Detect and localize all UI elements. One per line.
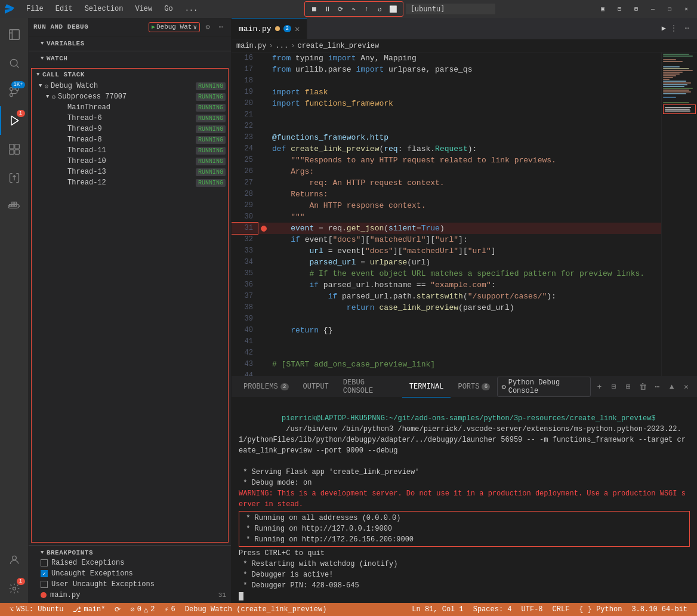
code-line: 35 # If the event object URL matches a s… <box>232 268 661 279</box>
stack-thread-item[interactable]: Thread-13RUNNING <box>51 167 228 177</box>
watch-header[interactable]: ▼ WATCH <box>29 54 231 63</box>
breakpoint-item[interactable]: main.py31 <box>29 590 231 600</box>
status-language[interactable]: { } Python <box>574 603 627 616</box>
debug-restart-btn[interactable]: ↺ <box>374 3 386 15</box>
tab-terminal[interactable]: TERMINAL <box>402 377 451 398</box>
activity-testing[interactable] <box>0 164 29 192</box>
status-python-version[interactable]: 3.8.10 64-bit <box>627 603 692 616</box>
window-close-btn[interactable]: ✕ <box>680 3 692 15</box>
window-title-input[interactable] <box>406 4 495 14</box>
warning-icon: △ <box>144 605 148 614</box>
status-cursor-pos[interactable]: Ln 81, Col 1 <box>407 603 468 616</box>
menu-view[interactable]: View <box>130 4 157 14</box>
stack-thread-item[interactable]: MainThreadRUNNING <box>51 102 228 113</box>
breakpoint-checkbox[interactable] <box>41 570 48 577</box>
menu-file[interactable]: File <box>21 4 48 14</box>
editor-more-btn[interactable]: ⋯ <box>681 23 692 34</box>
line-gutter <box>258 64 270 75</box>
activity-source-control[interactable]: 1K+ <box>0 78 29 106</box>
call-stack-header[interactable]: ▼ CALL STACK <box>32 69 228 81</box>
breakpoint-checkbox[interactable] <box>41 581 48 588</box>
code-editor[interactable]: 16from typing import Any, Mapping17from … <box>232 53 661 376</box>
status-encoding[interactable]: UTF-8 <box>517 603 548 616</box>
maximize-panel-btn[interactable]: ▲ <box>666 380 678 393</box>
status-sync[interactable]: ⟳ <box>110 603 125 616</box>
breadcrumb-function[interactable]: create_link_preview <box>297 42 379 50</box>
svg-rect-6 <box>9 144 14 149</box>
debug-step-over-btn[interactable]: ↷ <box>348 3 360 15</box>
activity-explorer[interactable] <box>0 20 29 49</box>
status-errors[interactable]: ⊘ 0 △ 2 <box>125 603 159 616</box>
status-branch[interactable]: ⎇ main* <box>68 603 110 616</box>
stack-thread-item[interactable]: Thread-12RUNNING <box>51 177 228 188</box>
stack-thread-item[interactable]: Thread-10RUNNING <box>51 156 228 167</box>
breakpoint-checkbox[interactable] <box>41 559 48 566</box>
more-actions-btn[interactable]: ⋯ <box>215 21 226 32</box>
status-debug-info[interactable]: Debug Watch (create_link_preview) <box>180 603 332 616</box>
add-terminal-btn[interactable]: + <box>593 380 605 393</box>
run-btn[interactable]: ▶ <box>662 24 666 33</box>
thread-badge: RUNNING <box>196 168 226 176</box>
tab-close-btn[interactable]: ✕ <box>295 24 300 34</box>
status-line-ending[interactable]: CRLF <box>548 603 575 616</box>
code-line: 16from typing import Any, Mapping <box>232 53 661 64</box>
activity-search[interactable] <box>0 49 29 78</box>
debug-stop2-btn[interactable]: ⬜ <box>387 3 399 15</box>
python-debug-console-btn[interactable]: ⚙ Python Debug Console <box>497 377 591 397</box>
stack-thread-item[interactable]: Thread-8RUNNING <box>51 134 228 145</box>
more-panel-btn[interactable]: ⋯ <box>651 380 663 393</box>
menu-go[interactable]: Go <box>159 4 177 14</box>
gear-settings-btn[interactable]: ⚙ <box>202 21 213 32</box>
status-wsl[interactable]: ⌥ WSL: Ubuntu <box>5 603 68 616</box>
menu-more[interactable]: ... <box>180 4 203 14</box>
tab-output[interactable]: OUTPUT <box>296 377 336 398</box>
layout-btn[interactable]: ⊞ <box>622 380 634 393</box>
menu-edit[interactable]: Edit <box>51 4 78 14</box>
activity-account[interactable] <box>0 546 29 574</box>
variables-header[interactable]: ▼ VARIABLES <box>29 39 231 48</box>
terminal-content[interactable]: pierrick@LAPTOP-HKU5PNNG:~/git/add-ons-s… <box>232 398 697 603</box>
code-content: An HTTP response context. <box>270 200 661 211</box>
breadcrumb-ellipsis[interactable]: ... <box>276 42 289 50</box>
window-minimize-btn[interactable]: — <box>647 3 659 15</box>
window-layout-btn3[interactable]: ⊞ <box>630 3 642 15</box>
menu-selection[interactable]: Selection <box>80 4 128 14</box>
tab-problems[interactable]: PROBLEMS 2 <box>236 377 296 398</box>
stack-thread-item[interactable]: Thread-6RUNNING <box>51 113 228 124</box>
activity-run-debug[interactable]: 1 <box>0 106 29 135</box>
status-spaces[interactable]: Spaces: 4 <box>468 603 517 616</box>
stack-thread-item[interactable]: Thread-11RUNNING <box>51 145 228 156</box>
status-ports[interactable]: ⚡ 6 <box>159 603 180 616</box>
window-layout-btn2[interactable]: ⊟ <box>613 3 625 15</box>
debug-watch-group-label[interactable]: ▼ ⚙ Debug Watch RUNNING <box>36 81 228 91</box>
debug-continue-btn[interactable]: ⟳ <box>335 3 347 15</box>
debug-step-into-btn[interactable]: ↑ <box>361 3 373 15</box>
activity-settings[interactable]: 1 <box>0 574 29 603</box>
activity-docker[interactable] <box>0 192 29 221</box>
variables-label: VARIABLES <box>47 40 85 47</box>
stack-thread-item[interactable]: Thread-9RUNNING <box>51 124 228 134</box>
breakpoint-item[interactable]: Raised Exceptions <box>29 558 231 568</box>
split-editor-btn[interactable]: ⋮ <box>668 23 679 34</box>
debug-stop-btn[interactable]: ⏹ <box>309 3 320 15</box>
breadcrumb-file[interactable]: main.py <box>236 42 266 50</box>
code-content: from typing import Any, Mapping <box>270 53 661 64</box>
variables-section: ▼ VARIABLES <box>29 36 231 51</box>
terminal-running-2: * Running on http://127.0.0.1:9000 <box>242 523 687 534</box>
trash-btn[interactable]: 🗑 <box>637 380 649 393</box>
breakpoint-item[interactable]: User Uncaught Exceptions <box>29 579 231 590</box>
split-terminal-btn[interactable]: ⊟ <box>608 380 620 393</box>
window-maximize-btn[interactable]: ❐ <box>664 3 676 15</box>
window-layout-btn1[interactable]: ▣ <box>597 3 609 15</box>
tab-main-py[interactable]: main.py 2 ✕ <box>232 18 307 39</box>
tab-ports[interactable]: PORTS 6 <box>451 377 497 398</box>
breakpoints-header[interactable]: ▼ BREAKPOINTS <box>29 548 231 558</box>
debug-pause-btn[interactable]: ⏸ <box>322 3 334 15</box>
breakpoint-item[interactable]: Uncaught Exceptions <box>29 568 231 579</box>
subprocess-group-label[interactable]: ▼ ⚙ Subprocess 77007 RUNNING <box>44 91 228 102</box>
tab-debug-console[interactable]: DEBUG CONSOLE <box>336 377 402 398</box>
run-debug-config-selector[interactable]: ▶ Debug Wat ∨ <box>149 22 200 32</box>
close-panel-btn[interactable]: ✕ <box>680 380 692 393</box>
activity-extensions[interactable] <box>0 135 29 164</box>
code-content: Returns: <box>270 189 661 200</box>
